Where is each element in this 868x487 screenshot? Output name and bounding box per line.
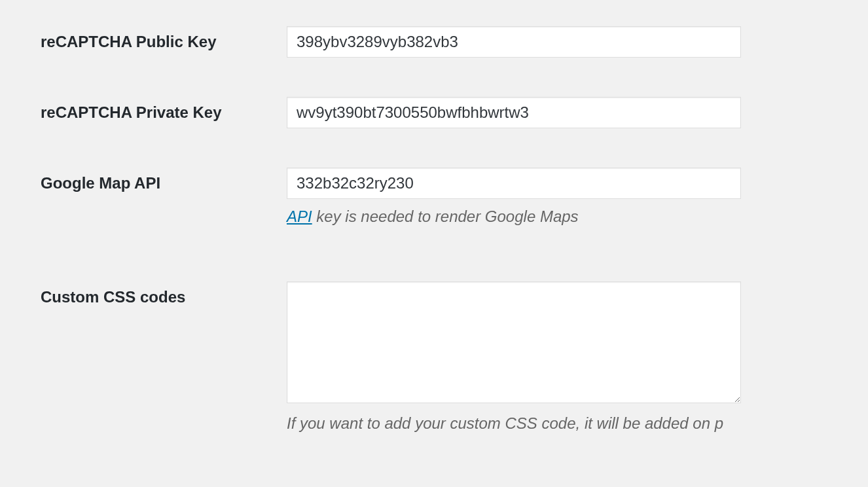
recaptcha-public-label: reCAPTCHA Public Key (41, 33, 217, 50)
google-map-api-description: API key is needed to render Google Maps (287, 206, 868, 228)
recaptcha-public-input[interactable] (287, 26, 741, 58)
custom-css-description: If you want to add your custom CSS code,… (287, 412, 868, 435)
row-google-map-api: Google Map API API key is needed to rend… (0, 141, 868, 241)
custom-css-label: Custom CSS codes (41, 288, 185, 306)
google-map-api-input[interactable] (287, 168, 741, 199)
settings-form-table: reCAPTCHA Public Key reCAPTCHA Private K… (0, 0, 868, 447)
api-link[interactable]: API (287, 207, 312, 225)
row-recaptcha-public: reCAPTCHA Public Key (0, 0, 868, 71)
recaptcha-private-input[interactable] (287, 97, 741, 128)
google-map-api-label: Google Map API (41, 174, 160, 192)
row-recaptcha-private: reCAPTCHA Private Key (0, 71, 868, 141)
recaptcha-private-label: reCAPTCHA Private Key (41, 103, 222, 121)
google-map-api-help-text: key is needed to render Google Maps (312, 207, 579, 225)
row-custom-css: Custom CSS codes If you want to add your… (0, 241, 868, 448)
custom-css-textarea[interactable] (287, 281, 741, 403)
